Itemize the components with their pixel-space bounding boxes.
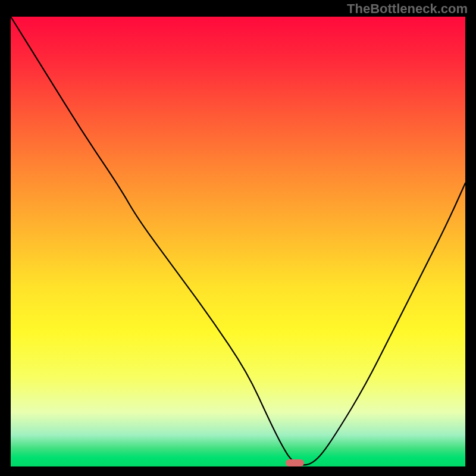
bottleneck-curve — [11, 17, 465, 466]
curve-path — [11, 17, 465, 465]
plot-area — [11, 17, 465, 466]
watermark-text: TheBottleneck.com — [347, 1, 468, 17]
optimal-marker — [286, 459, 304, 466]
